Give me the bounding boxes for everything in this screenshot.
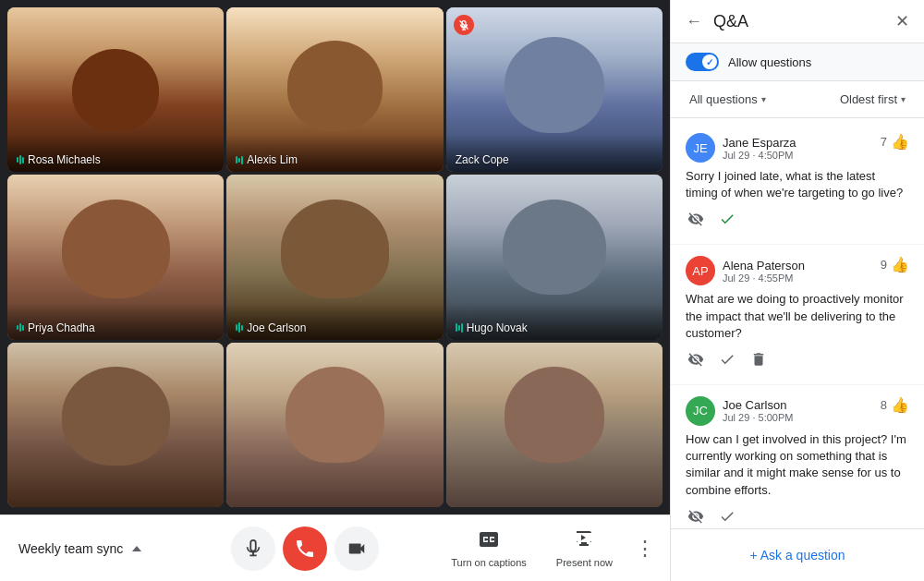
delete-button-2[interactable] bbox=[748, 349, 769, 373]
end-call-button[interactable] bbox=[283, 527, 327, 571]
captions-label: Turn on captions bbox=[451, 557, 527, 568]
qa-filter-bar: All questions ▾ Oldest first ▾ bbox=[671, 81, 924, 118]
hide-button-2[interactable] bbox=[686, 349, 706, 373]
participant-name-5: Joe Carlson bbox=[236, 321, 306, 334]
q-actions-2 bbox=[686, 349, 909, 373]
toggle-knob: ✓ bbox=[702, 54, 717, 69]
question-header-3: JC Joe Carlson Jul 29 · 5:00PM 8 👍 bbox=[686, 396, 909, 426]
question-header-2: AP Alena Paterson Jul 29 · 4:55PM 9 👍 bbox=[686, 256, 909, 285]
video-tile-1: Rosa Michaels bbox=[7, 7, 224, 172]
meeting-title-chevron[interactable] bbox=[132, 546, 141, 551]
q-like-1[interactable]: 7 👍 bbox=[881, 133, 909, 151]
q-avatar-2: AP bbox=[686, 256, 715, 285]
audio-indicator-6 bbox=[456, 323, 463, 333]
toolbar-right: Turn on captions Present now ⋮ bbox=[444, 525, 655, 572]
video-tile-4: Priya Chadha bbox=[7, 175, 224, 339]
hide-button-3[interactable] bbox=[686, 506, 706, 528]
participant-name-4: Priya Chadha bbox=[17, 321, 95, 334]
thumbs-up-icon-1: 👍 bbox=[891, 133, 909, 151]
allow-questions-bar: ✓ Allow questions bbox=[671, 43, 924, 81]
meeting-title: Weekly team sync bbox=[18, 541, 123, 556]
q-like-2[interactable]: 9 👍 bbox=[881, 256, 909, 273]
audio-indicator-5 bbox=[236, 322, 243, 333]
sort-dropdown-arrow: ▾ bbox=[901, 94, 906, 104]
participant-name-2: Alexis Lim bbox=[236, 153, 298, 166]
question-item-1: JE Jane Esparza Jul 29 · 4:50PM 7 👍 Sorr… bbox=[671, 122, 924, 245]
video-tile-7 bbox=[7, 343, 224, 507]
present-icon bbox=[573, 528, 595, 555]
video-tile-6: Hugo Novak bbox=[446, 175, 663, 339]
present-button[interactable]: Present now bbox=[549, 525, 620, 572]
sort-filter[interactable]: Oldest first ▾ bbox=[836, 89, 909, 110]
close-button[interactable]: ✕ bbox=[895, 11, 909, 31]
question-header-1: JE Jane Esparza Jul 29 · 4:50PM 7 👍 bbox=[686, 133, 909, 163]
back-button[interactable]: ← bbox=[686, 12, 702, 31]
qa-title: Q&A bbox=[713, 12, 748, 31]
video-tile-2: Alexis Lim bbox=[226, 7, 443, 172]
check-button-2[interactable] bbox=[717, 349, 737, 373]
q-avatar-3: JC bbox=[686, 396, 715, 426]
q-avatar-1: JE bbox=[686, 133, 715, 163]
q-actions-1 bbox=[686, 209, 909, 233]
q-text-3: How can I get involved in this project? … bbox=[686, 431, 909, 499]
q-actions-3 bbox=[686, 506, 909, 528]
q-time-3: Jul 29 · 5:00PM bbox=[723, 412, 793, 423]
thumbs-up-icon-2: 👍 bbox=[891, 256, 909, 273]
q-meta-1: Jane Esparza Jul 29 · 4:50PM bbox=[723, 136, 796, 161]
present-label: Present now bbox=[556, 557, 613, 568]
q-like-count-3: 8 bbox=[881, 398, 887, 412]
video-tile-8 bbox=[226, 343, 443, 507]
qa-header-left: ← Q&A bbox=[686, 12, 748, 31]
participant-name-6: Hugo Novak bbox=[456, 321, 528, 334]
participant-name-1: Rosa Michaels bbox=[17, 153, 101, 166]
audio-indicator-2 bbox=[236, 156, 243, 164]
question-item-3: JC Joe Carlson Jul 29 · 5:00PM 8 👍 How c… bbox=[671, 385, 924, 528]
question-item-2: AP Alena Paterson Jul 29 · 4:55PM 9 👍 Wh… bbox=[671, 245, 924, 385]
filter-dropdown-arrow: ▾ bbox=[761, 94, 766, 104]
mic-button[interactable] bbox=[231, 527, 275, 571]
captions-icon bbox=[478, 528, 500, 555]
qa-footer: + Ask a question bbox=[671, 528, 924, 581]
q-meta-2: Alena Paterson Jul 29 · 4:55PM bbox=[723, 259, 805, 284]
q-user-info-3: JC Joe Carlson Jul 29 · 5:00PM bbox=[686, 396, 793, 426]
hide-button-1[interactable] bbox=[686, 209, 706, 233]
video-tile-5: Joe Carlson bbox=[226, 175, 443, 339]
q-user-info-2: AP Alena Paterson Jul 29 · 4:55PM bbox=[686, 256, 805, 285]
q-name-2: Alena Paterson bbox=[723, 259, 805, 272]
muted-badge-3 bbox=[454, 15, 474, 35]
q-like-3[interactable]: 8 👍 bbox=[881, 396, 909, 414]
toggle-check-icon: ✓ bbox=[706, 57, 713, 67]
check-button-3[interactable] bbox=[717, 506, 737, 528]
video-panel: Rosa Michaels Alexis Lim bbox=[0, 0, 670, 581]
audio-indicator-1 bbox=[17, 155, 24, 164]
video-tile-3: Zack Cope bbox=[446, 7, 663, 172]
toolbar-left: Weekly team sync bbox=[18, 541, 166, 556]
participant-name-3: Zack Cope bbox=[456, 153, 509, 166]
qa-header: ← Q&A ✕ bbox=[671, 0, 924, 43]
toolbar-center bbox=[231, 527, 379, 571]
q-like-count-1: 7 bbox=[881, 135, 887, 149]
qa-questions-list: JE Jane Esparza Jul 29 · 4:50PM 7 👍 Sorr… bbox=[671, 118, 924, 528]
allow-questions-label: Allow questions bbox=[728, 55, 811, 69]
q-time-2: Jul 29 · 4:55PM bbox=[723, 272, 805, 284]
more-options-button[interactable]: ⋮ bbox=[635, 537, 655, 561]
all-questions-filter[interactable]: All questions ▾ bbox=[686, 89, 770, 110]
check-button-1[interactable] bbox=[717, 209, 737, 233]
q-user-info-1: JE Jane Esparza Jul 29 · 4:50PM bbox=[686, 133, 796, 163]
q-name-3: Joe Carlson bbox=[723, 398, 793, 412]
q-like-count-2: 9 bbox=[881, 258, 887, 272]
q-text-2: What are we doing to proactively monitor… bbox=[686, 291, 909, 342]
qa-panel: ← Q&A ✕ ✓ Allow questions All questions … bbox=[670, 0, 924, 581]
q-meta-3: Joe Carlson Jul 29 · 5:00PM bbox=[723, 398, 793, 423]
q-name-1: Jane Esparza bbox=[723, 136, 796, 150]
ask-question-button[interactable]: + Ask a question bbox=[735, 540, 859, 570]
q-time-1: Jul 29 · 4:50PM bbox=[723, 150, 796, 161]
meeting-toolbar: Weekly team sync bbox=[0, 514, 670, 581]
q-text-1: Sorry I joined late, what is the latest … bbox=[686, 168, 909, 201]
video-grid: Rosa Michaels Alexis Lim bbox=[0, 0, 670, 514]
allow-questions-toggle[interactable]: ✓ bbox=[686, 53, 719, 71]
video-tile-9 bbox=[446, 343, 663, 507]
camera-button[interactable] bbox=[334, 527, 379, 571]
captions-button[interactable]: Turn on captions bbox=[444, 525, 534, 572]
thumbs-up-icon-3: 👍 bbox=[891, 396, 909, 414]
